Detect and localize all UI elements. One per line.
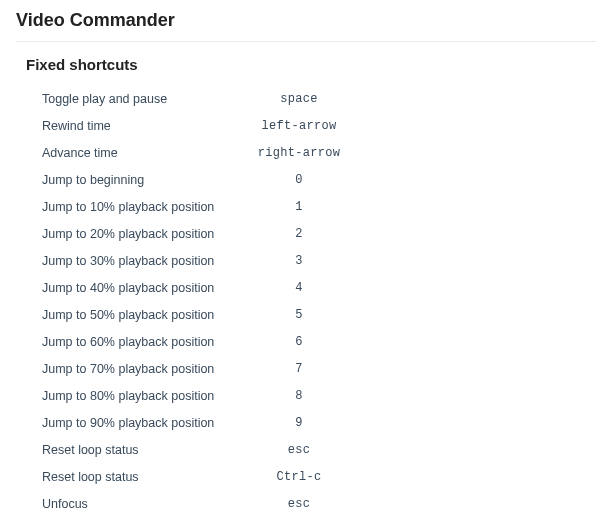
shortcut-row: Jump to 90% playback position 9: [42, 409, 596, 436]
shortcut-label: Toggle play and pause: [42, 92, 244, 106]
shortcut-key: 4: [244, 281, 354, 295]
shortcut-label: Jump to 70% playback position: [42, 362, 244, 376]
shortcut-row: Jump to 10% playback position 1: [42, 193, 596, 220]
shortcut-row: Jump to beginning 0: [42, 166, 596, 193]
shortcut-row: Reset loop status esc: [42, 436, 596, 463]
shortcut-key: 8: [244, 389, 354, 403]
shortcut-row: Jump to 50% playback position 5: [42, 301, 596, 328]
shortcut-label: Unfocus: [42, 497, 244, 511]
shortcut-key: Ctrl-c: [244, 470, 354, 484]
shortcut-label: Jump to 50% playback position: [42, 308, 244, 322]
shortcut-label: Jump to 80% playback position: [42, 389, 244, 403]
shortcut-key: right-arrow: [244, 146, 354, 160]
settings-page: Video Commander Fixed shortcuts Toggle p…: [0, 0, 612, 517]
shortcut-key: left-arrow: [244, 119, 354, 133]
app-title: Video Commander: [16, 10, 596, 31]
shortcut-label: Jump to 60% playback position: [42, 335, 244, 349]
shortcut-key: space: [244, 92, 354, 106]
shortcut-label: Reset loop status: [42, 470, 244, 484]
shortcut-key: 9: [244, 416, 354, 430]
shortcut-row: Jump to 30% playback position 3: [42, 247, 596, 274]
shortcut-row: Jump to 20% playback position 2: [42, 220, 596, 247]
shortcut-label: Advance time: [42, 146, 244, 160]
shortcut-label: Jump to 40% playback position: [42, 281, 244, 295]
shortcut-key: 6: [244, 335, 354, 349]
shortcut-key: 1: [244, 200, 354, 214]
shortcut-key: esc: [244, 497, 354, 511]
shortcut-row: Rewind time left-arrow: [42, 112, 596, 139]
shortcut-key: 0: [244, 173, 354, 187]
shortcut-row: Jump to 40% playback position 4: [42, 274, 596, 301]
section-title-fixed-shortcuts: Fixed shortcuts: [26, 56, 596, 73]
shortcut-row: Toggle play and pause space: [42, 85, 596, 112]
shortcut-key: 3: [244, 254, 354, 268]
shortcut-key: 7: [244, 362, 354, 376]
shortcut-key: 5: [244, 308, 354, 322]
shortcut-row: Reset loop status Ctrl-c: [42, 463, 596, 490]
shortcut-label: Jump to 10% playback position: [42, 200, 244, 214]
shortcut-row: Jump to 80% playback position 8: [42, 382, 596, 409]
shortcut-label: Jump to 90% playback position: [42, 416, 244, 430]
shortcut-label: Jump to 30% playback position: [42, 254, 244, 268]
shortcut-label: Reset loop status: [42, 443, 244, 457]
shortcut-key: 2: [244, 227, 354, 241]
shortcut-list: Toggle play and pause space Rewind time …: [16, 85, 596, 517]
section-divider: [16, 41, 596, 42]
shortcut-row: Jump to 60% playback position 6: [42, 328, 596, 355]
shortcut-label: Jump to 20% playback position: [42, 227, 244, 241]
shortcut-key: esc: [244, 443, 354, 457]
shortcut-row: Jump to 70% playback position 7: [42, 355, 596, 382]
shortcut-label: Jump to beginning: [42, 173, 244, 187]
shortcut-row: Advance time right-arrow: [42, 139, 596, 166]
shortcut-label: Rewind time: [42, 119, 244, 133]
shortcut-row: Unfocus esc: [42, 490, 596, 517]
